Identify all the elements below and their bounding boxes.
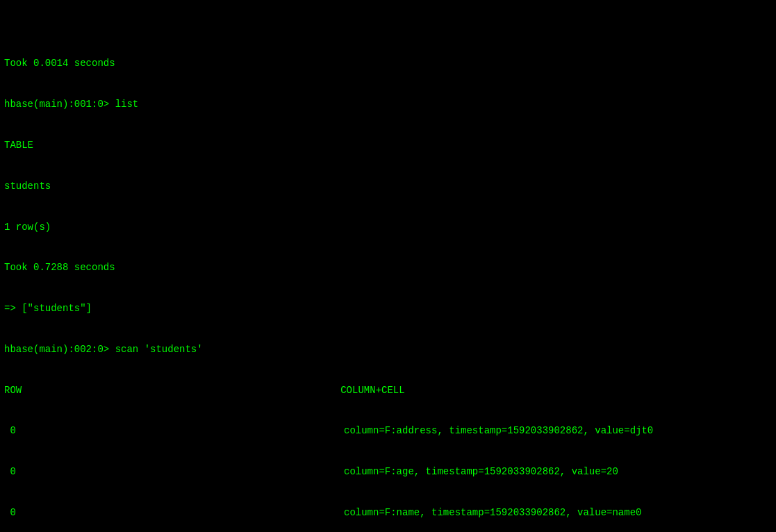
scan-row-0-age: 0column=F:age, timestamp=1592033902862, … bbox=[4, 465, 772, 479]
output-line-3: TABLE bbox=[4, 139, 772, 153]
row-col-header-col: COLUMN+CELL bbox=[340, 385, 404, 396]
terminal-content: Took 0.0014 seconds hbase(main):001:0> l… bbox=[4, 30, 772, 532]
scan-header: ROWCOLUMN+CELL bbox=[4, 384, 772, 398]
output-line-6: Took 0.7288 seconds bbox=[4, 261, 772, 275]
output-line-5: 1 row(s) bbox=[4, 221, 772, 235]
row-num-0b: 0 bbox=[4, 465, 25, 479]
row-col-header-row: ROW bbox=[4, 385, 22, 396]
scan-row-0-address: 0column=F:address, timestamp=15920339028… bbox=[4, 424, 772, 438]
output-line-7: => ["students"] bbox=[4, 302, 772, 316]
col-val-0a: column=F:address, timestamp=159203390286… bbox=[344, 425, 653, 436]
terminal[interactable]: Took 0.0014 seconds hbase(main):001:0> l… bbox=[0, 0, 776, 532]
scan-row-0-name: 0column=F:name, timestamp=1592033902862,… bbox=[4, 506, 772, 520]
col-val-0c: column=F:name, timestamp=1592033902862, … bbox=[344, 507, 641, 518]
row-num-0a: 0 bbox=[4, 424, 25, 438]
output-line-2: hbase(main):001:0> list bbox=[4, 98, 772, 112]
row-num-0c: 0 bbox=[4, 506, 25, 520]
output-line-1: Took 0.0014 seconds bbox=[4, 57, 772, 71]
output-line-8: hbase(main):002:0> scan 'students' bbox=[4, 343, 772, 357]
col-val-0b: column=F:age, timestamp=1592033902862, v… bbox=[344, 466, 618, 477]
output-line-4: students bbox=[4, 180, 772, 194]
